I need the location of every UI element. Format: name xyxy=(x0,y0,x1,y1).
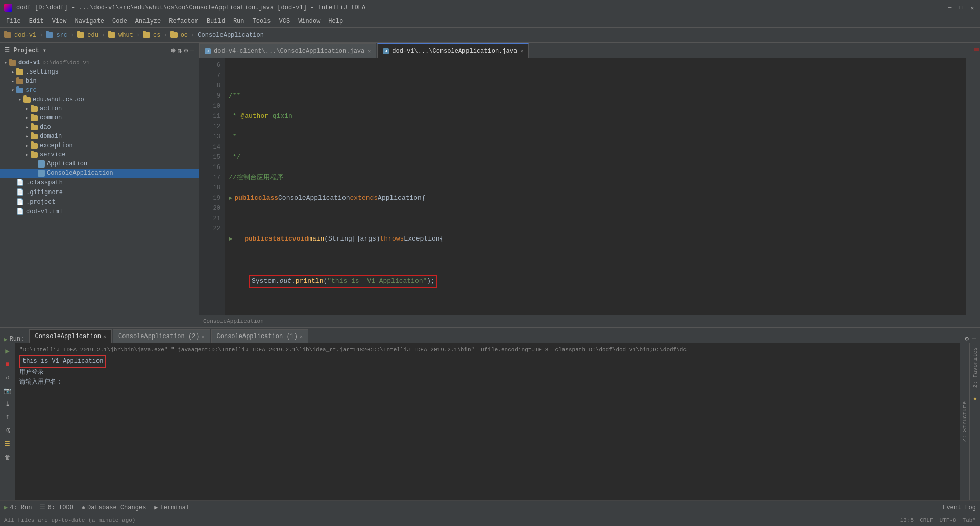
tree-item-action[interactable]: ▸ action xyxy=(0,104,199,113)
run-bar-terminal[interactable]: ▶ Terminal xyxy=(154,504,189,511)
menu-analyze[interactable]: Analyze xyxy=(131,17,165,26)
stop-btn[interactable]: ■ xyxy=(2,358,13,370)
breadcrumb-edu[interactable]: edu xyxy=(77,32,99,39)
tree-arrow-src[interactable]: ▾ xyxy=(9,87,16,93)
tree-item-iml[interactable]: 📄 dod-v1.iml xyxy=(0,207,199,217)
tree-arrow-action[interactable]: ▸ xyxy=(23,106,31,112)
status-line-ending[interactable]: CRLF xyxy=(920,517,933,523)
tab-close-v4[interactable]: ✕ xyxy=(368,48,371,54)
breadcrumb-cs[interactable]: cs xyxy=(143,32,160,39)
bottom-tab-controls[interactable]: ⚙ ─ xyxy=(965,334,976,343)
tab-v1[interactable]: J dod-v1\...\ConsoleApplication.java ✕ xyxy=(377,43,529,58)
tree-item-src[interactable]: ▾ src xyxy=(0,86,199,95)
tab-close-v1[interactable]: ✕ xyxy=(520,48,523,54)
run-bar-db[interactable]: ⊞ Database Changes xyxy=(82,504,146,511)
breadcrumb-edu-label[interactable]: edu xyxy=(87,32,99,39)
sidebar-sync-btn[interactable]: ⊕ xyxy=(171,46,175,55)
menu-navigate[interactable]: Navigate xyxy=(70,17,108,26)
menu-tools[interactable]: Tools xyxy=(249,17,275,26)
bottom-tab-close-1[interactable]: ✕ xyxy=(103,333,106,340)
status-position[interactable]: 13:5 xyxy=(900,517,914,523)
tree-arrow-common[interactable]: ▸ xyxy=(23,115,31,121)
menu-code[interactable]: Code xyxy=(108,17,131,26)
run-bar-run[interactable]: ▶ 4: Run xyxy=(4,504,32,511)
tree-arrow[interactable]: ▾ xyxy=(2,60,9,66)
scroll-start-btn[interactable]: ⤒ xyxy=(2,412,13,423)
breadcrumb-src[interactable]: src xyxy=(46,32,67,39)
status-encoding[interactable]: UTF-8 xyxy=(940,517,957,523)
menu-file[interactable]: File xyxy=(2,17,25,26)
breadcrumb-dod-v1[interactable]: dod-v1 xyxy=(14,32,36,39)
breadcrumb-whut[interactable]: whut xyxy=(108,32,133,39)
run-arrow-12[interactable]: ▶ xyxy=(229,193,232,203)
tree-item-dao[interactable]: ▸ dao xyxy=(0,123,199,132)
tree-arrow-domain[interactable]: ▸ xyxy=(23,133,31,139)
tree-arrow-edu[interactable]: ▾ xyxy=(16,97,23,103)
trash-btn[interactable]: 🗑 xyxy=(2,451,13,463)
breadcrumb-src-label[interactable]: src xyxy=(56,32,67,39)
menu-refactor[interactable]: Refactor xyxy=(165,17,203,26)
camera-btn[interactable]: 📷 xyxy=(2,385,13,396)
favorites-label[interactable]: 2: Favorites xyxy=(970,343,981,392)
run-btn[interactable]: ▶ xyxy=(2,345,13,356)
tree-item-gitignore[interactable]: 📄 .gitignore xyxy=(0,187,199,197)
bottom-tab-console3[interactable]: ConsoleApplication (1) ✕ xyxy=(211,329,308,343)
close-button[interactable]: ✕ xyxy=(969,4,976,11)
tree-item-exception[interactable]: ▸ exception xyxy=(0,141,199,150)
favorites-star[interactable]: ★ xyxy=(973,394,977,402)
tree-item-project[interactable]: 📄 .project xyxy=(0,197,199,207)
tree-arrow[interactable]: ▸ xyxy=(9,69,16,75)
tree-arrow-dao[interactable]: ▸ xyxy=(23,124,31,130)
tree-item-edu[interactable]: ▾ edu.whut.cs.oo xyxy=(0,95,199,104)
event-log-area[interactable]: Event Log xyxy=(943,504,976,511)
status-indent[interactable]: Tab* xyxy=(963,517,976,523)
breadcrumb-oo-label[interactable]: oo xyxy=(181,32,188,39)
tree-item-settings[interactable]: ▸ .settings xyxy=(0,67,199,77)
sidebar-expand-btn[interactable]: ⇅ xyxy=(178,46,182,55)
tree-arrow-bin[interactable]: ▸ xyxy=(9,78,16,84)
tree-item-classpath[interactable]: 📄 .classpath xyxy=(0,178,199,187)
scroll-end-btn[interactable]: ⤓ xyxy=(2,398,13,410)
bottom-tab-close-3[interactable]: ✕ xyxy=(300,333,303,340)
tree-item-common[interactable]: ▸ common xyxy=(0,113,199,123)
z-structure-label[interactable]: Z: Structure xyxy=(962,401,968,442)
menu-edit[interactable]: Edit xyxy=(25,17,48,26)
editor-scrollbar[interactable] xyxy=(966,58,973,315)
sidebar-settings-btn[interactable]: ⚙ xyxy=(184,46,188,55)
bottom-tab-console1[interactable]: ConsoleApplication ✕ xyxy=(29,329,112,343)
event-log-label[interactable]: Event Log xyxy=(943,504,976,511)
tree-arrow-exception[interactable]: ▸ xyxy=(23,142,31,149)
sidebar-collapse-btn[interactable]: ─ xyxy=(190,46,194,55)
list-btn[interactable]: ☰ xyxy=(2,438,13,449)
tree-item-service[interactable]: ▸ service xyxy=(0,150,199,159)
menu-build[interactable]: Build xyxy=(203,17,229,26)
bottom-tab-console2[interactable]: ConsoleApplication (2) ✕ xyxy=(113,329,210,343)
breadcrumb-file-label[interactable]: ConsoleApplication xyxy=(198,32,264,39)
tree-item-consoleapplication[interactable]: ConsoleApplication xyxy=(0,169,199,178)
tree-item-bin[interactable]: ▸ bin xyxy=(0,77,199,86)
tree-item-dod-v1[interactable]: ▾ dod-v1 D:\dodf\dod-v1 xyxy=(0,58,199,67)
menu-help[interactable]: Help xyxy=(324,17,347,26)
menu-vcs[interactable]: VCS xyxy=(275,17,295,26)
breadcrumb-cs-label[interactable]: cs xyxy=(153,32,160,39)
maximize-button[interactable]: □ xyxy=(958,4,965,11)
minimize-button[interactable]: ─ xyxy=(946,4,953,11)
favorites-panel[interactable]: 2: Favorites ★ xyxy=(970,343,980,500)
menu-window[interactable]: Window xyxy=(294,17,324,26)
window-controls[interactable]: ─ □ ✕ xyxy=(946,4,976,11)
breadcrumb-whut-label[interactable]: whut xyxy=(118,32,133,39)
bottom-settings-icon[interactable]: ⚙ xyxy=(965,334,969,343)
tree-arrow-service[interactable]: ▸ xyxy=(23,152,31,158)
z-structure-panel[interactable]: Z: Structure xyxy=(960,343,970,500)
breadcrumb-root[interactable]: dod-v1 xyxy=(4,32,36,39)
run-arrow-14[interactable]: ▶ xyxy=(229,234,232,244)
tab-v4-client[interactable]: J dod-v4-client\...\ConsoleApplication.j… xyxy=(199,43,376,58)
breadcrumb-oo[interactable]: oo xyxy=(170,32,188,39)
rerun-btn[interactable]: ↺ xyxy=(2,372,13,383)
code-content[interactable]: /** * @author qixin * */ //控制台应用程序 ▶ pub… xyxy=(225,58,966,315)
sidebar-controls[interactable]: ⊕ ⇅ ⚙ ─ xyxy=(171,46,194,55)
run-bar-todo[interactable]: ☰ 6: TODO xyxy=(40,504,73,511)
tree-item-application[interactable]: Application xyxy=(0,159,199,169)
menu-view[interactable]: View xyxy=(48,17,71,26)
bottom-minimize-icon[interactable]: ─ xyxy=(972,335,976,343)
